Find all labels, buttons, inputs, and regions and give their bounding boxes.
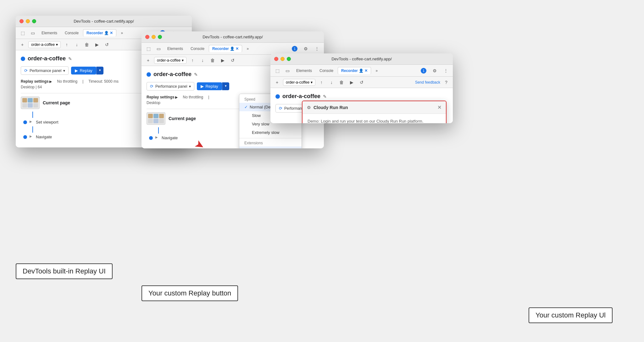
minimize-button-1[interactable] bbox=[26, 19, 30, 23]
export-btn-1[interactable]: ↑ bbox=[63, 41, 71, 49]
import-btn-2[interactable]: ↓ bbox=[198, 56, 207, 64]
play-btn-2[interactable]: ▶ bbox=[219, 56, 227, 64]
add-btn-1[interactable]: + bbox=[18, 41, 26, 49]
scene: DevTools - coffee-cart.netlify.app/ ⬚ ▭ … bbox=[0, 0, 644, 342]
replay-settings-label-1[interactable]: Replay settings bbox=[21, 79, 52, 84]
gear-icon-dialog: ⚙ bbox=[307, 105, 311, 110]
undo-btn-2[interactable]: ↺ bbox=[229, 56, 237, 64]
replay-button-1[interactable]: ▶ Replay bbox=[71, 67, 96, 74]
replay-chevron-2[interactable]: ▾ bbox=[222, 82, 229, 90]
recording-select-3[interactable]: order-a-coffee ▾ bbox=[283, 79, 315, 86]
maximize-button-2[interactable] bbox=[158, 35, 162, 39]
perf-panel-btn-1[interactable]: ⟳ Performance panel ▾ bbox=[21, 66, 69, 75]
inspector-icon-2[interactable]: ⬚ bbox=[144, 44, 153, 53]
tab-console-2[interactable]: Console bbox=[187, 45, 208, 52]
tab-console-1[interactable]: Console bbox=[62, 30, 82, 36]
device-icon-2[interactable]: ▭ bbox=[154, 44, 163, 53]
tab-elements-1[interactable]: Elements bbox=[38, 30, 60, 36]
edit-icon-3[interactable]: ✎ bbox=[323, 94, 327, 99]
no-throttling-2: No throttling bbox=[183, 95, 203, 99]
tabbar-3: ⬚ ▭ Elements Console Recorder 👤 ✕ » 1 ⚙ … bbox=[270, 65, 453, 77]
replay-button-2[interactable]: ▶ Replay bbox=[197, 82, 222, 90]
tab-more-2[interactable]: » bbox=[243, 45, 252, 52]
replay-settings-label-2[interactable]: Replay settings bbox=[147, 95, 178, 99]
step-connector-1a bbox=[32, 112, 33, 118]
caption-custom-ui-text: Your custom Replay Ul bbox=[536, 311, 606, 319]
tab-recorder-1[interactable]: Recorder 👤 ✕ bbox=[83, 29, 116, 36]
perf-panel-label-1: Performance panel bbox=[30, 69, 61, 73]
titlebar-2: DevTools - coffee-cart.netlify.app/ bbox=[142, 31, 324, 43]
dialog-close-button[interactable]: ✕ bbox=[437, 104, 441, 110]
more-icon-3[interactable]: ⋮ bbox=[441, 66, 450, 75]
settings-icon-2[interactable]: ⚙ bbox=[301, 44, 310, 53]
edit-icon-2[interactable]: ✎ bbox=[194, 72, 198, 77]
minimize-button-3[interactable] bbox=[280, 57, 285, 61]
perf-icon-1: ⟳ bbox=[24, 68, 28, 73]
tab-more-1[interactable]: » bbox=[118, 30, 126, 36]
replay-chevron-1[interactable]: ▾ bbox=[96, 67, 103, 74]
step-arrow-2a: ▶ bbox=[155, 135, 158, 139]
tab-recorder-3[interactable]: Recorder 👤 ✕ bbox=[338, 67, 371, 74]
traffic-lights-2 bbox=[145, 35, 162, 39]
delete-btn-3[interactable]: 🗑 bbox=[337, 78, 346, 86]
edit-icon-1[interactable]: ✎ bbox=[68, 56, 72, 61]
caption-builtin: DevTools built-in Replay UI bbox=[16, 263, 113, 279]
step-dot-1b bbox=[23, 135, 27, 139]
tab-console-3[interactable]: Console bbox=[316, 67, 336, 74]
close-button-2[interactable] bbox=[145, 35, 149, 39]
tab-more-3[interactable]: » bbox=[372, 67, 381, 74]
export-btn-3[interactable]: ↑ bbox=[317, 78, 325, 86]
minimize-button-2[interactable] bbox=[152, 35, 156, 39]
step-label-1b[interactable]: Navigate bbox=[36, 135, 52, 139]
play-btn-3[interactable]: ▶ bbox=[347, 78, 356, 86]
more-icon-2[interactable]: ⋮ bbox=[313, 44, 321, 53]
add-btn-3[interactable]: + bbox=[273, 78, 281, 86]
help-btn-3[interactable]: ? bbox=[442, 78, 450, 86]
close-button-3[interactable] bbox=[274, 57, 278, 61]
device-icon-3[interactable]: ▭ bbox=[283, 66, 292, 75]
tab-recorder-2[interactable]: Recorder 👤 ✕ bbox=[209, 45, 242, 52]
extensions-section-label: Extensions bbox=[239, 140, 302, 146]
add-btn-2[interactable]: + bbox=[144, 56, 152, 64]
inspector-icon-3[interactable]: ⬚ bbox=[273, 66, 282, 75]
perf-panel-btn-2[interactable]: ⟳ Performance panel ▾ bbox=[147, 82, 194, 91]
import-btn-3[interactable]: ↓ bbox=[327, 78, 336, 86]
dropdown-label-slow: Slow bbox=[252, 113, 261, 118]
step-label-1a[interactable]: Set viewport bbox=[36, 120, 58, 124]
dialog-body: Demo: Login and run your test on our Clo… bbox=[303, 114, 446, 123]
caption-custom-button-text: Your custom Replay button bbox=[148, 289, 231, 297]
tab-elements-3[interactable]: Elements bbox=[293, 67, 315, 74]
recording-dot-1 bbox=[21, 57, 25, 61]
tab-elements-2[interactable]: Elements bbox=[164, 45, 186, 52]
settings-icon-3[interactable]: ⚙ bbox=[430, 66, 439, 75]
delete-btn-2[interactable]: 🗑 bbox=[208, 56, 217, 64]
step-label-2a[interactable]: Navigate bbox=[162, 135, 178, 140]
export-btn-2[interactable]: ↑ bbox=[188, 56, 197, 64]
chevron-down-icon-1: ▾ bbox=[56, 42, 58, 47]
caption-builtin-text: DevTools built-in Replay UI bbox=[23, 267, 106, 275]
delete-btn-1[interactable]: 🗑 bbox=[83, 41, 91, 49]
maximize-button-3[interactable] bbox=[287, 57, 291, 61]
replay-label-1: Replay bbox=[80, 68, 92, 73]
device-icon-1[interactable]: ▭ bbox=[28, 29, 37, 37]
recording-name-2: order-a-coffee bbox=[153, 71, 192, 78]
recording-name-dropdown-2: order-a-coffee bbox=[157, 58, 180, 63]
dropdown-item-extremely-slow[interactable]: Extremely slow bbox=[239, 128, 302, 137]
dropdown-item-cloudy[interactable]: Cloudy Run Run bbox=[239, 146, 302, 148]
import-btn-1[interactable]: ↓ bbox=[73, 41, 81, 49]
send-feedback-3[interactable]: Send feedback bbox=[415, 80, 440, 85]
page-thumb-2 bbox=[147, 112, 165, 125]
close-button-1[interactable] bbox=[19, 19, 24, 23]
chat-icon-2[interactable]: 1 bbox=[292, 46, 297, 52]
play-btn-1[interactable]: ▶ bbox=[93, 41, 101, 49]
maximize-button-1[interactable] bbox=[32, 19, 36, 23]
replay-label-2: Replay bbox=[205, 84, 218, 89]
inspector-icon-1[interactable]: ⬚ bbox=[18, 29, 27, 37]
recording-select-2[interactable]: order-a-coffee ▾ bbox=[154, 57, 186, 64]
undo-btn-3[interactable]: ↺ bbox=[358, 78, 366, 86]
current-page-label-1: Current page bbox=[43, 100, 70, 105]
titlebar-3: DevTools - coffee-cart.netlify.app/ bbox=[270, 53, 453, 65]
recording-select-1[interactable]: order-a-coffee ▾ bbox=[28, 41, 61, 48]
chat-icon-3[interactable]: 1 bbox=[421, 68, 426, 74]
undo-btn-1[interactable]: ↺ bbox=[103, 41, 111, 49]
